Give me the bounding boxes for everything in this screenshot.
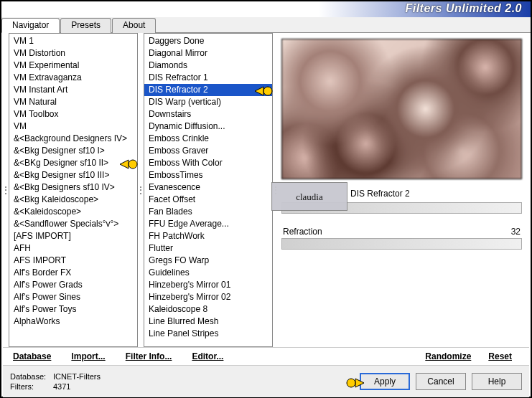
tab-presets[interactable]: Presets bbox=[60, 18, 111, 33]
drag-handle-mid[interactable] bbox=[138, 33, 144, 347]
filter-item[interactable]: Downstairs bbox=[144, 108, 272, 120]
filter-item[interactable]: Diagonal Mirror bbox=[144, 47, 272, 60]
filter-item[interactable]: FFU Edge Average... bbox=[144, 218, 272, 230]
category-item[interactable]: AlphaWorks bbox=[9, 316, 137, 328]
tab-strip: Navigator Presets About bbox=[1, 17, 531, 33]
link-editor[interactable]: Editor... bbox=[192, 351, 223, 361]
category-item[interactable]: VM Extravaganza bbox=[9, 72, 137, 84]
help-button[interactable]: Help bbox=[472, 373, 522, 390]
title-bar: Filters Unlimited 2.0 bbox=[1, 1, 531, 17]
bottom-links: Database Import... Filter Info... Editor… bbox=[3, 347, 529, 366]
body: VM 1VM DistortionVM ExperimentalVM Extra… bbox=[3, 33, 529, 395]
filter-name-slider[interactable] bbox=[281, 202, 522, 214]
filter-item[interactable]: Gregs FO Warp bbox=[144, 255, 272, 267]
filter-item[interactable]: Daggers Done bbox=[144, 35, 272, 47]
drag-handle-left[interactable] bbox=[3, 33, 9, 347]
filter-item[interactable]: Fan Blades bbox=[144, 206, 272, 218]
category-item[interactable]: VM Distortion bbox=[9, 47, 137, 60]
db-value: ICNET-Filters bbox=[53, 372, 101, 381]
filter-item[interactable]: Emboss Graver bbox=[144, 145, 272, 157]
link-filter-info[interactable]: Filter Info... bbox=[126, 351, 172, 361]
filter-item[interactable]: Line Panel Stripes bbox=[144, 328, 272, 340]
category-list[interactable]: VM 1VM DistortionVM ExperimentalVM Extra… bbox=[9, 33, 138, 347]
category-item[interactable]: AFH bbox=[9, 242, 137, 255]
preview-image bbox=[281, 39, 522, 179]
category-item[interactable]: VM bbox=[9, 120, 137, 133]
filter-list[interactable]: Daggers DoneDiagonal MirrorDiamondsDIS R… bbox=[144, 33, 273, 347]
footer: Database:ICNET-Filters Filters:4371 Appl… bbox=[3, 366, 529, 397]
category-item[interactable]: &<Bkg Designer sf10 III> bbox=[9, 169, 137, 181]
filter-item[interactable]: Line Blurred Mesh bbox=[144, 316, 272, 328]
app-title: Filters Unlimited 2.0 bbox=[405, 2, 522, 15]
category-item[interactable]: Alf's Power Toys bbox=[9, 303, 137, 316]
status-info: Database:ICNET-Filters Filters:4371 bbox=[10, 371, 101, 392]
filter-item[interactable]: Diamonds bbox=[144, 60, 272, 72]
filter-item[interactable]: Guidelines bbox=[144, 267, 272, 279]
link-database[interactable]: Database bbox=[13, 351, 51, 361]
category-item[interactable]: VM Experimental bbox=[9, 60, 137, 72]
filter-item[interactable]: Hinzeberg's Mirror 01 bbox=[144, 279, 272, 291]
category-item[interactable]: &<Kaleidoscope> bbox=[9, 206, 137, 218]
category-item[interactable]: VM 1 bbox=[9, 35, 137, 47]
filter-item[interactable]: DIS Refractor 2 bbox=[144, 84, 272, 96]
filter-item[interactable]: FH PatchWork bbox=[144, 230, 272, 242]
filter-item[interactable]: Hinzeberg's Mirror 02 bbox=[144, 291, 272, 303]
category-item[interactable]: Alf's Power Grads bbox=[9, 279, 137, 291]
category-item[interactable]: AFS IMPORT bbox=[9, 255, 137, 267]
drag-handle-right[interactable] bbox=[273, 33, 279, 347]
current-filter-name: DIS Refractor 2 bbox=[350, 189, 410, 199]
tab-about[interactable]: About bbox=[112, 18, 156, 33]
category-item[interactable]: &<Bkg Designer sf10 I> bbox=[9, 145, 137, 157]
filter-item[interactable]: Emboss With Color bbox=[144, 157, 272, 169]
category-item[interactable]: VM Natural bbox=[9, 96, 137, 108]
filter-item[interactable]: Flutter bbox=[144, 242, 272, 255]
columns: VM 1VM DistortionVM ExperimentalVM Extra… bbox=[3, 33, 529, 347]
filter-item[interactable]: Facet Offset bbox=[144, 194, 272, 206]
app-window: Filters Unlimited 2.0 Navigator Presets … bbox=[0, 0, 532, 398]
category-item[interactable]: [AFS IMPORT] bbox=[9, 230, 137, 242]
param-name: Refraction bbox=[283, 227, 322, 237]
filter-name-row: DIS Refractor 2 bbox=[281, 186, 522, 201]
filter-item[interactable]: DIS Refractor 1 bbox=[144, 72, 272, 84]
param-value: 32 bbox=[511, 227, 521, 237]
tab-navigator[interactable]: Navigator bbox=[1, 18, 60, 33]
param-slider[interactable] bbox=[281, 238, 522, 250]
category-item[interactable]: Alf's Power Sines bbox=[9, 291, 137, 303]
preview-pane: DIS Refractor 2 Refraction 32 bbox=[279, 33, 529, 347]
link-reset[interactable]: Reset bbox=[488, 351, 512, 361]
filters-count: 4371 bbox=[53, 382, 70, 391]
category-item[interactable]: &<Bkg Kaleidoscope> bbox=[9, 194, 137, 206]
footer-buttons: Apply Cancel Help bbox=[360, 373, 522, 390]
filter-item[interactable]: EmbossTimes bbox=[144, 169, 272, 181]
category-item[interactable]: VM Toolbox bbox=[9, 108, 137, 120]
category-item[interactable]: &<Sandflower Specials°v°> bbox=[9, 218, 137, 230]
param-row: Refraction 32 bbox=[281, 227, 522, 237]
category-item[interactable]: VM Instant Art bbox=[9, 84, 137, 96]
filters-label: Filters: bbox=[10, 382, 53, 392]
filter-item[interactable]: Kaleidoscope 8 bbox=[144, 303, 272, 316]
filter-item[interactable]: DIS Warp (vertical) bbox=[144, 96, 272, 108]
category-item[interactable]: &<Background Designers IV> bbox=[9, 133, 137, 145]
db-label: Database: bbox=[10, 371, 53, 382]
filter-item[interactable]: Evanescence bbox=[144, 181, 272, 194]
filter-item[interactable]: Dynamic Diffusion... bbox=[144, 120, 272, 133]
apply-button[interactable]: Apply bbox=[360, 373, 410, 390]
category-item[interactable]: Alf's Border FX bbox=[9, 267, 137, 279]
filter-item[interactable]: Emboss Crinkle bbox=[144, 133, 272, 145]
category-item[interactable]: &<BKg Designer sf10 II> bbox=[9, 157, 137, 169]
category-item[interactable]: &<Bkg Designers sf10 IV> bbox=[9, 181, 137, 194]
cancel-button[interactable]: Cancel bbox=[416, 373, 466, 390]
link-randomize[interactable]: Randomize bbox=[425, 351, 471, 361]
link-import[interactable]: Import... bbox=[71, 351, 105, 361]
